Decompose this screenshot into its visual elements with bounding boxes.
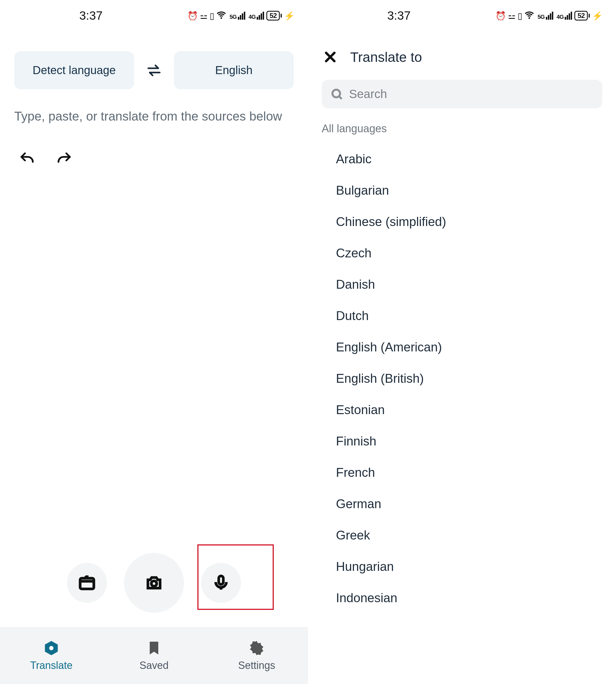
tab-saved[interactable]: Saved — [103, 627, 205, 684]
close-button[interactable] — [322, 48, 339, 66]
status-bar: 3:37 ⏰ ⚍ ▯ 5G 4G 52 ⚡ — [308, 0, 616, 31]
picker-header: Translate to — [308, 31, 616, 74]
source-language-button[interactable]: Detect language — [14, 51, 134, 89]
language-list[interactable]: Arabic Bulgarian Chinese (simplified) Cz… — [308, 140, 616, 625]
bookmark-icon — [146, 640, 162, 657]
search-placeholder: Search — [349, 87, 387, 101]
signal-5g-icon: 5G — [537, 12, 553, 20]
status-icons: ⏰ ⚍ ▯ 5G 4G 52 ⚡ — [188, 10, 294, 22]
signal-4g-icon: 4G — [557, 12, 572, 20]
redo-icon — [56, 151, 73, 167]
close-icon — [323, 50, 337, 64]
screen-translate: 3:37 ⏰ ⚍ ▯ 5G 4G 52 ⚡ De — [0, 0, 308, 684]
svg-point-3 — [49, 646, 53, 651]
signal-4g-icon: 4G — [249, 12, 264, 20]
wifi-icon — [217, 10, 226, 22]
language-item[interactable]: Indonesian — [308, 582, 616, 614]
status-icons: ⏰ ⚍ ▯ 5G 4G 52 ⚡ — [496, 10, 602, 22]
status-time: 3:37 — [322, 9, 411, 23]
language-selector-row: Detect language English — [0, 31, 308, 100]
undo-button[interactable] — [17, 149, 37, 169]
language-item[interactable]: Arabic — [308, 143, 616, 175]
picker-title: Translate to — [350, 49, 422, 65]
svg-point-5 — [332, 90, 340, 97]
section-all-languages: All languages — [308, 114, 616, 140]
input-placeholder: Type, paste, or translate from the sourc… — [14, 109, 294, 123]
language-item[interactable]: English (British) — [308, 363, 616, 394]
redo-button[interactable] — [54, 149, 74, 169]
language-item[interactable]: Estonian — [308, 394, 616, 426]
wifi-icon — [525, 10, 534, 22]
bottom-tab-bar: Translate Saved Settings — [0, 627, 308, 684]
charging-icon: ⚡ — [284, 11, 294, 21]
bluetooth-battery-icon: ⚍ — [200, 11, 207, 21]
language-item[interactable]: Chinese (simplified) — [308, 206, 616, 237]
status-bar: 3:37 ⏰ ⚍ ▯ 5G 4G 52 ⚡ — [0, 0, 308, 31]
battery-icon: 52 — [574, 11, 590, 21]
folder-icon — [78, 574, 96, 592]
tutorial-highlight — [197, 544, 274, 610]
swap-languages-button[interactable] — [142, 59, 166, 82]
status-time: 3:37 — [14, 9, 103, 23]
undo-icon — [19, 151, 36, 167]
vibrate-icon: ▯ — [518, 11, 522, 21]
search-input[interactable]: Search — [322, 80, 602, 108]
tab-saved-label: Saved — [139, 660, 169, 671]
search-icon — [330, 88, 343, 100]
screen-language-picker: 3:37 ⏰ ⚍ ▯ 5G 4G 52 ⚡ — [308, 0, 616, 684]
signal-5g-icon: 5G — [229, 12, 245, 20]
vibrate-icon: ▯ — [210, 11, 214, 21]
bluetooth-battery-icon: ⚍ — [508, 11, 515, 21]
battery-icon: 52 — [266, 11, 282, 21]
translate-tab-icon — [43, 640, 60, 657]
language-item[interactable]: English (American) — [308, 332, 616, 363]
language-item[interactable]: Finnish — [308, 426, 616, 457]
tab-settings[interactable]: Settings — [205, 627, 308, 684]
language-item[interactable]: Dutch — [308, 300, 616, 332]
svg-point-1 — [151, 581, 157, 586]
language-item[interactable]: French — [308, 457, 616, 488]
language-item[interactable]: Danish — [308, 269, 616, 300]
search-container: Search — [308, 74, 616, 114]
language-item[interactable]: Greek — [308, 520, 616, 551]
input-source-row — [0, 553, 308, 613]
tab-settings-label: Settings — [238, 660, 275, 671]
tab-translate[interactable]: Translate — [0, 627, 103, 684]
text-input-area[interactable]: Type, paste, or translate from the sourc… — [0, 100, 308, 126]
language-item[interactable]: Czech — [308, 237, 616, 269]
svg-rect-0 — [80, 578, 94, 589]
language-item[interactable]: Hungarian — [308, 551, 616, 582]
file-input-button[interactable] — [67, 563, 107, 603]
camera-icon — [145, 574, 163, 592]
undo-redo-row — [0, 126, 308, 192]
language-item[interactable]: Bulgarian — [308, 175, 616, 206]
swap-icon — [146, 62, 162, 79]
charging-icon: ⚡ — [592, 11, 602, 21]
language-item[interactable]: German — [308, 488, 616, 520]
alarm-icon: ⏰ — [188, 11, 198, 21]
camera-input-button[interactable] — [124, 553, 184, 613]
tab-translate-label: Translate — [30, 660, 73, 671]
alarm-icon: ⏰ — [496, 11, 506, 21]
gear-icon — [248, 640, 265, 657]
target-language-button[interactable]: English — [174, 51, 294, 89]
